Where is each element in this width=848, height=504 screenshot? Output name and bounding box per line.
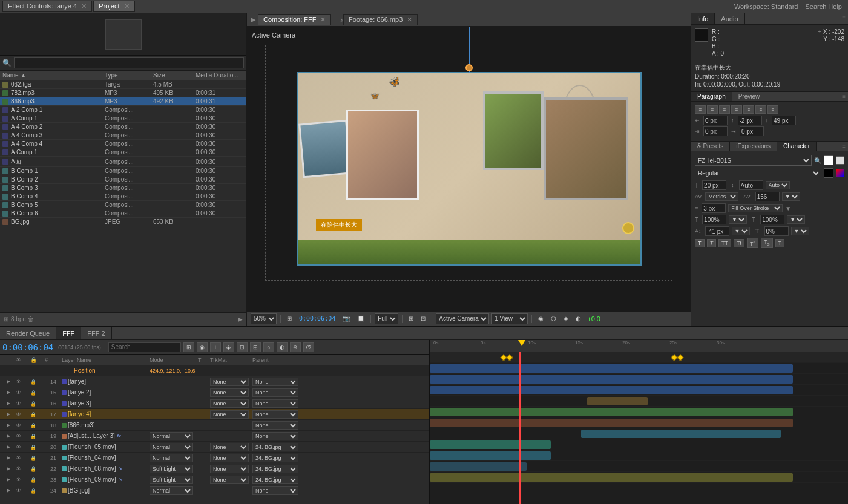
snapshot-icon[interactable]: 📷 [340, 315, 352, 322]
mode-select[interactable]: Soft Light [150, 465, 193, 473]
parent-select[interactable]: None [252, 399, 298, 408]
text-color-swatch[interactable] [824, 155, 833, 165]
expand-cell[interactable]: ▶ [1, 444, 16, 450]
spacing-before-input[interactable] [738, 116, 762, 125]
eye-icon[interactable]: 👁 [16, 477, 21, 483]
align-left-btn[interactable]: ≡ [695, 105, 706, 114]
trkmat-select[interactable]: None [210, 388, 249, 397]
file-row[interactable]: BG.jpg JPEG 653 KB [0, 218, 246, 226]
parent-select[interactable]: None [252, 486, 298, 495]
file-row[interactable]: B Comp 1 Composi... 0:00:30 [0, 167, 246, 175]
trkmat-select[interactable]: None [210, 378, 249, 386]
eye-icon[interactable]: 👁 [16, 401, 21, 407]
subscript-btn[interactable]: Ts [761, 238, 772, 248]
char-black-swatch[interactable] [824, 168, 833, 178]
timeline-layer-row[interactable]: ▶ 👁 🔒 23 [Flourish_09.mov] fx Soft Light… [0, 474, 429, 485]
tl-btn-4[interactable]: ◈ [223, 342, 234, 352]
mode-select[interactable]: Normal [150, 432, 193, 440]
bold-btn[interactable]: T [695, 239, 705, 247]
align-force-center-btn[interactable]: ≡ [755, 105, 766, 114]
file-row[interactable]: B Comp 3 Composi... 0:00:30 [0, 184, 246, 192]
indent-first-input[interactable] [740, 126, 764, 136]
expand-cell[interactable]: ▶ [1, 455, 16, 460]
parent-select[interactable]: 24. BG.jpg [252, 476, 298, 484]
effect-controls-tab[interactable]: Effect Controls: fanye 4 ✕ [2, 1, 92, 12]
info-tab[interactable]: Info [691, 13, 715, 24]
file-row[interactable]: 032.tga Targa 4.5 MB [0, 80, 246, 89]
clip-21[interactable] [430, 440, 551, 449]
parent-select[interactable]: 24. BG.jpg [252, 465, 298, 473]
expand-cell[interactable]: ▶ [1, 390, 16, 395]
eye-icon[interactable]: 👁 [16, 488, 21, 494]
v-scale-input[interactable] [760, 215, 784, 224]
italic-btn[interactable]: T [707, 239, 717, 247]
trkmat-select[interactable]: None [210, 410, 249, 419]
superscript-btn[interactable]: Ts [747, 238, 758, 248]
tl-btn-1[interactable]: ⊞ [183, 342, 194, 352]
motion-blur-icon[interactable]: ◐ [573, 315, 583, 322]
tracking-select[interactable]: ▼ [782, 192, 800, 201]
clip-16[interactable] [430, 386, 793, 394]
parent-select[interactable]: 24. BG.jpg [252, 443, 298, 451]
lock-icon[interactable]: 🔒 [30, 379, 36, 385]
clip-19[interactable] [430, 419, 793, 427]
parent-select[interactable]: 24. BG.jpg [252, 454, 298, 462]
iexpressions-tab[interactable]: iExpressions [730, 142, 777, 151]
leading-select[interactable]: Auto [766, 181, 790, 189]
lock-icon[interactable]: 🔒 [30, 456, 36, 461]
renderer-icon[interactable]: ◉ [536, 315, 546, 322]
parent-select[interactable]: None [252, 410, 298, 419]
align-force-left-btn[interactable]: ≡ [743, 105, 754, 114]
keyframe-4[interactable] [677, 354, 683, 361]
file-row[interactable]: B Comp 6 Composi... 0:00:30 [0, 209, 246, 218]
eye-icon[interactable]: 👁 [16, 466, 21, 472]
audio-tab[interactable]: Audio [715, 13, 744, 24]
show-channel-icon[interactable]: 🔲 [355, 315, 367, 322]
trkmat-select[interactable]: None [210, 476, 249, 484]
font-search-icon[interactable]: 🔍 [814, 157, 821, 164]
render-queue-tab[interactable]: Render Queue [0, 327, 56, 339]
mode-select[interactable]: Soft Light [150, 476, 193, 484]
smallcaps-btn[interactable]: Tt [734, 239, 744, 247]
eye-icon[interactable]: 👁 [16, 379, 21, 385]
trkmat-select[interactable]: None [210, 399, 249, 408]
expand-cell[interactable]: ▶ [1, 488, 16, 493]
align-justify-btn[interactable]: ≡ [731, 105, 742, 114]
trash-icon[interactable]: 🗑 [28, 316, 34, 322]
character-tab[interactable]: Character [777, 142, 817, 151]
keyframe-2[interactable] [506, 354, 513, 361]
timeline-search-input[interactable] [108, 342, 181, 352]
project-tab[interactable]: Project ✕ [93, 1, 134, 12]
fit-to-view-icon[interactable]: ⊞ [284, 315, 294, 322]
lock-icon[interactable]: 🔒 [30, 412, 36, 417]
h-scale-select[interactable]: ▼ [729, 215, 747, 224]
timeline-layer-row[interactable]: ▶ 👁 🔒 15 [fanye 2] None None [0, 387, 429, 398]
file-row[interactable]: B Comp 5 Composi... 0:00:30 [0, 201, 246, 209]
tl-btn-3[interactable]: + [210, 342, 221, 352]
file-row[interactable]: A Comp 1 Composi... 0:00:30 [0, 148, 246, 157]
font-size-input[interactable] [702, 180, 726, 190]
tl-btn-5[interactable]: ⊡ [237, 342, 248, 352]
tl-btn-7[interactable]: ○ [263, 342, 274, 352]
allcaps-btn[interactable]: TT [718, 239, 731, 247]
file-row[interactable]: 866.mp3 MP3 492 KB 0:00:31 [0, 97, 246, 106]
baseline-select[interactable]: ▼ [732, 227, 750, 235]
lock-icon[interactable]: 🔒 [30, 401, 36, 407]
leading-input[interactable] [739, 180, 763, 190]
timeline-layer-row[interactable]: ▶ 👁 🔒 16 [fanye 3] None None [0, 398, 429, 409]
timeline-layer-row[interactable]: ▶ 👁 🔒 24 [BG.jpg] Normal None [0, 485, 429, 496]
clip-18[interactable] [430, 408, 793, 416]
file-row[interactable]: A面 Composi... 0:00:30 [0, 157, 246, 167]
baseline-input[interactable] [705, 226, 729, 236]
font-select[interactable]: FZHei-B01S [695, 155, 812, 166]
file-row[interactable]: A 4 Comp 2 Composi... 0:00:30 [0, 123, 246, 131]
timeline-layer-row[interactable]: ▶ 👁 🔒 17 [fanye 4] None None [0, 409, 429, 420]
kerning-select[interactable]: Metrics [705, 192, 738, 201]
lock-icon[interactable]: 🔒 [30, 423, 36, 428]
underline-btn[interactable]: T [775, 239, 785, 247]
lock-icon[interactable]: 🔒 [30, 466, 36, 472]
file-row[interactable]: B Comp 2 Composi... 0:00:30 [0, 175, 246, 184]
tl-btn-8[interactable]: ◐ [277, 342, 288, 352]
spacing-after-input[interactable] [772, 116, 796, 125]
presets-tab[interactable]: & Presets [691, 142, 730, 151]
